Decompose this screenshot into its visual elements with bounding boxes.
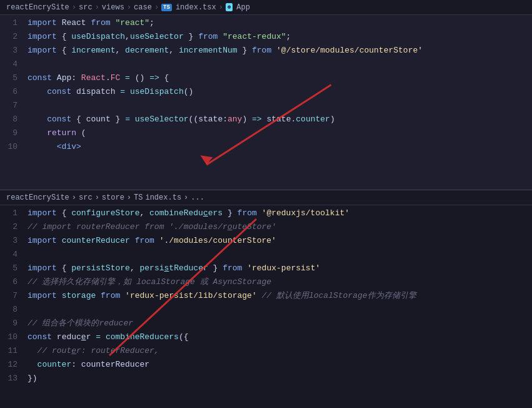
ts-file-icon-bottom: TS <box>134 193 143 202</box>
breadcrumb-part: case <box>134 3 152 12</box>
code-line: 12 counter: counterReducer <box>0 358 532 372</box>
top-code-area: 1 import React from "react"; 2 import { … <box>0 15 532 155</box>
code-line: 6 // 选择持久化存储引擎，如 localStorage 或 AsyncSto… <box>0 275 532 289</box>
code-line: 10 const reducer = combineReducers({ <box>0 330 532 344</box>
ts-file-icon: TS <box>161 4 172 11</box>
code-line: 1 import React from "react"; <box>0 16 532 30</box>
bottom-code-area: 1 import { configureStore, combineReduce… <box>0 205 532 387</box>
code-line: 1 import { configureStore, combineReduce… <box>0 207 532 220</box>
breadcrumb-part: App <box>236 3 250 12</box>
svg-marker-1 <box>200 155 213 165</box>
code-line: 10 <div> <box>0 140 532 154</box>
code-line: 2 import { useDispatch,useSelector } fro… <box>0 30 532 44</box>
code-line: 8 const { count } = useSelector((state:a… <box>0 113 532 126</box>
breadcrumb-part: views <box>102 3 124 12</box>
code-line: 9 return ( <box>0 126 532 140</box>
breadcrumb-part: reactEncrySite <box>6 193 69 202</box>
code-line: 4 <box>0 58 532 71</box>
code-line: 2 // import routerReducer from './module… <box>0 220 532 234</box>
code-line: 8 <box>0 303 532 317</box>
code-line: 4 <box>0 248 532 262</box>
app-container: reactEncrySite › src › views › case › TS… <box>0 0 532 408</box>
breadcrumb-part: index.tsx <box>176 3 216 12</box>
code-line: 7 import storage from 'redux-persist/lib… <box>0 289 532 303</box>
breadcrumb-part: store <box>102 193 124 202</box>
code-line: 11 // router: routerReducer, <box>0 344 532 358</box>
bottom-editor-pane: 1 import { configureStore, combineReduce… <box>0 205 532 408</box>
breadcrumb-part: src <box>79 193 93 202</box>
breadcrumb-part: index.ts <box>145 193 181 202</box>
top-breadcrumb: reactEncrySite › src › views › case › TS… <box>0 0 532 15</box>
code-line: 13 }) <box>0 372 532 385</box>
breadcrumb-part: reactEncrySite <box>6 3 69 12</box>
code-line: 6 const dispatch = useDispatch() <box>0 85 532 99</box>
code-line: 9 // 组合各个模块的reducer <box>0 317 532 330</box>
react-component-icon: ⊛ <box>226 3 233 11</box>
code-line: 7 <box>0 99 532 113</box>
bottom-breadcrumb: reactEncrySite › src › store › TS index.… <box>0 190 532 205</box>
top-editor-pane: 1 import React from "react"; 2 import { … <box>0 15 532 190</box>
code-line: 3 import { increment, decrement, increme… <box>0 44 532 58</box>
breadcrumb-part: ... <box>191 193 204 202</box>
code-line: 3 import counterReducer from './modules/… <box>0 234 532 248</box>
code-line: 5 import { persistStore, persistReducer … <box>0 262 532 275</box>
breadcrumb-part: src <box>79 3 93 12</box>
code-line: 5 const App: React.FC = () => { <box>0 71 532 85</box>
